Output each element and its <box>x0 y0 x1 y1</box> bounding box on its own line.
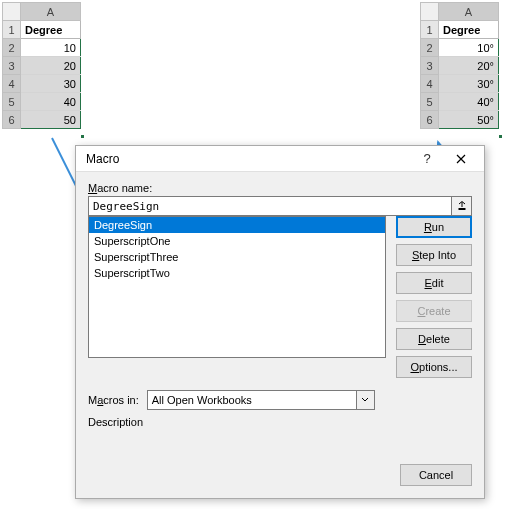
macro-list-item[interactable]: DegreeSign <box>89 217 385 233</box>
close-icon <box>456 154 466 164</box>
macros-in-select[interactable]: All Open Workbooks <box>147 390 375 410</box>
cell[interactable]: 40° <box>439 93 499 111</box>
col-header-a[interactable]: A <box>21 3 81 21</box>
row-header[interactable]: 5 <box>421 93 439 111</box>
description-label: Description <box>88 416 472 428</box>
cell[interactable]: 30° <box>439 75 499 93</box>
col-header-a[interactable]: A <box>439 3 499 21</box>
row-header[interactable]: 1 <box>421 21 439 39</box>
cell-header[interactable]: Degree <box>439 21 499 39</box>
cell-header[interactable]: Degree <box>21 21 81 39</box>
macro-list-item[interactable]: SuperscriptOne <box>89 233 385 249</box>
cell[interactable]: 20° <box>439 57 499 75</box>
fill-handle[interactable] <box>498 134 503 139</box>
macro-list[interactable]: DegreeSign SuperscriptOne SuperscriptThr… <box>88 216 386 358</box>
row-header[interactable]: 3 <box>421 57 439 75</box>
spreadsheet-after: A 1 Degree 2 10° 3 20° 4 30° 5 40° 6 50° <box>420 2 499 129</box>
row-header[interactable]: 6 <box>421 111 439 129</box>
dialog-title: Macro <box>86 152 410 166</box>
options-button[interactable]: Options... <box>396 356 472 378</box>
row-header[interactable]: 4 <box>421 75 439 93</box>
close-button[interactable] <box>444 148 478 170</box>
help-button[interactable]: ? <box>410 148 444 170</box>
step-into-button[interactable]: Step Into <box>396 244 472 266</box>
spreadsheet-before: A 1 Degree 2 10 3 20 4 30 5 40 6 50 <box>2 2 81 129</box>
collapse-icon <box>457 201 467 211</box>
row-header[interactable]: 1 <box>3 21 21 39</box>
chevron-down-icon <box>361 397 369 403</box>
row-header[interactable]: 4 <box>3 75 21 93</box>
cell[interactable]: 10° <box>439 39 499 57</box>
titlebar: Macro ? <box>76 146 484 172</box>
cell[interactable]: 30 <box>21 75 81 93</box>
fill-handle[interactable] <box>80 134 85 139</box>
row-header[interactable]: 2 <box>421 39 439 57</box>
macro-name-label: Macro name: <box>88 182 472 194</box>
row-header[interactable]: 2 <box>3 39 21 57</box>
cell[interactable]: 10 <box>21 39 81 57</box>
cell[interactable]: 50° <box>439 111 499 129</box>
create-button: Create <box>396 300 472 322</box>
dropdown-caret[interactable] <box>356 391 374 409</box>
edit-button[interactable]: Edit <box>396 272 472 294</box>
macro-list-item[interactable]: SuperscriptTwo <box>89 265 385 281</box>
svg-rect-2 <box>458 208 465 210</box>
macro-name-input[interactable] <box>88 196 452 216</box>
cell[interactable]: 40 <box>21 93 81 111</box>
collapse-dialog-button[interactable] <box>452 196 472 216</box>
row-header[interactable]: 5 <box>3 93 21 111</box>
macros-in-label: Macros in: <box>88 394 139 406</box>
macro-dialog: Macro ? Macro name: DegreeSign Superscri… <box>75 145 485 499</box>
cell[interactable]: 20 <box>21 57 81 75</box>
row-header[interactable]: 3 <box>3 57 21 75</box>
macro-list-item[interactable]: SuperscriptThree <box>89 249 385 265</box>
run-button[interactable]: Run <box>396 216 472 238</box>
cell[interactable]: 50 <box>21 111 81 129</box>
delete-button[interactable]: Delete <box>396 328 472 350</box>
cancel-button[interactable]: Cancel <box>400 464 472 486</box>
macros-in-value: All Open Workbooks <box>152 394 252 406</box>
row-header[interactable]: 6 <box>3 111 21 129</box>
